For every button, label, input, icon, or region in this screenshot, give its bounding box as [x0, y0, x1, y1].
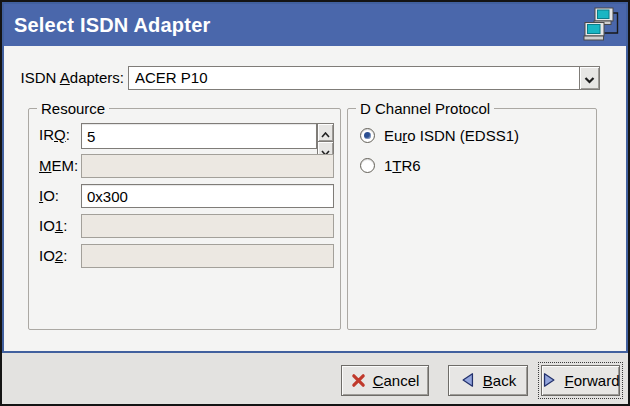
cancel-x-icon	[351, 373, 366, 388]
dialog-button-bar: Cancel Back Forward	[2, 353, 628, 404]
io2-field	[81, 244, 334, 268]
io1-label: IO1:	[39, 214, 67, 238]
dialog-top-panel: Select ISDN Adapter ISDN Adapters: ACER …	[2, 2, 628, 353]
radio-euro-isdn-label: Euro ISDN (EDSS1)	[384, 127, 519, 144]
dialog-header: Select ISDN Adapter	[4, 4, 626, 46]
network-computers-icon	[582, 6, 620, 44]
arrow-left-icon	[460, 372, 476, 388]
spin-up-button[interactable]	[317, 123, 334, 141]
radio-1tr6-label: 1TR6	[384, 157, 421, 174]
radio-euro-isdn[interactable]: Euro ISDN (EDSS1)	[360, 127, 519, 144]
cancel-button[interactable]: Cancel	[341, 365, 429, 396]
isdn-adapters-selected-value: ACER P10	[135, 67, 577, 89]
default-button-focus-frame: Forward	[538, 362, 623, 399]
arrow-right-icon	[541, 372, 557, 388]
radio-1tr6[interactable]: 1TR6	[360, 157, 421, 174]
page-title: Select ISDN Adapter	[14, 14, 210, 37]
irq-spinner[interactable]	[81, 123, 317, 149]
combo-dropdown-button[interactable]	[579, 67, 599, 89]
io2-label: IO2:	[39, 244, 67, 268]
chevron-up-icon	[321, 124, 330, 141]
back-button-label: Back	[483, 372, 516, 389]
cancel-button-label: Cancel	[373, 372, 420, 389]
back-button[interactable]: Back	[448, 365, 528, 396]
irq-label: IRQ:	[39, 123, 70, 147]
dialog-content: ISDN Adapters: ACER P10 Resource IRQ:	[4, 46, 626, 351]
radio-button-icon	[360, 128, 375, 143]
forward-button[interactable]: Forward	[541, 365, 620, 396]
io-field[interactable]	[81, 184, 334, 208]
mem-field	[81, 154, 334, 178]
resource-groupbox: Resource IRQ:	[28, 108, 341, 330]
isdn-adapters-combobox[interactable]: ACER P10	[128, 66, 600, 90]
radio-button-icon	[360, 158, 375, 173]
d-channel-protocol-groupbox: D Channel Protocol Euro ISDN (EDSS1) 1TR…	[347, 108, 597, 330]
resource-group-title: Resource	[37, 100, 109, 117]
forward-button-label: Forward	[564, 372, 619, 389]
io1-field	[81, 214, 334, 238]
d-channel-protocol-title: D Channel Protocol	[356, 100, 494, 117]
mem-label: MEM:	[39, 154, 78, 178]
isdn-adapters-label: ISDN Adapters:	[18, 66, 124, 90]
isdn-adapter-dialog: Select ISDN Adapter ISDN Adapters: ACER …	[0, 0, 630, 406]
chevron-down-icon	[584, 70, 595, 87]
io-label: IO:	[39, 184, 59, 208]
